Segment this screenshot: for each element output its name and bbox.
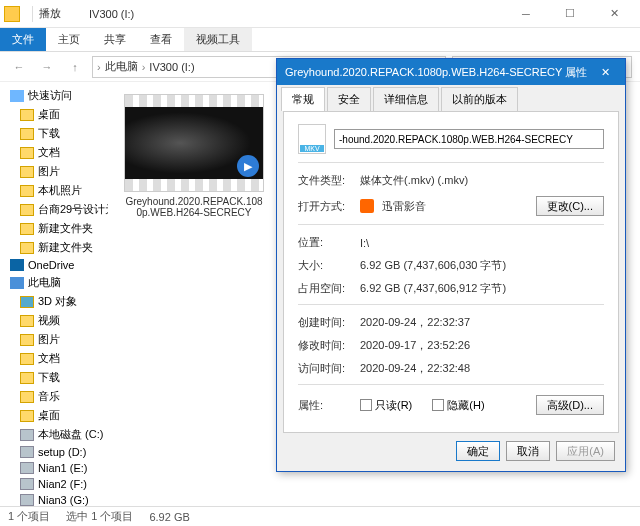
crumb-drive[interactable]: IV300 (I:) <box>149 61 194 73</box>
nav-tree: 快速访问 桌面 下载 文档 图片 本机照片 台商29号设计元素 新建文件夹 新建… <box>0 82 108 510</box>
advanced-button[interactable]: 高级(D)... <box>536 395 604 415</box>
modified-label: 修改时间: <box>298 338 352 353</box>
filename-input[interactable] <box>334 129 604 149</box>
tab-share[interactable]: 共享 <box>92 28 138 51</box>
openwith-value: 迅雷影音 <box>382 199 426 214</box>
tab-details[interactable]: 详细信息 <box>373 87 439 111</box>
minimize-button[interactable]: ─ <box>504 0 548 28</box>
status-count: 1 个项目 <box>8 509 50 524</box>
tab-security[interactable]: 安全 <box>327 87 371 111</box>
tab-file[interactable]: 文件 <box>0 28 46 51</box>
tree-pictures[interactable]: 图片 <box>0 162 108 181</box>
tree-3dobjects[interactable]: 3D 对象 <box>0 292 108 311</box>
forward-button[interactable]: → <box>36 56 58 78</box>
crumb-thispc[interactable]: 此电脑 <box>105 59 138 74</box>
tree-nian1[interactable]: Nian1 (E:) <box>0 460 108 476</box>
tree-quick-access[interactable]: 快速访问 <box>0 86 108 105</box>
file-item[interactable]: ▶ Greyhound.2020.REPACK.1080p.WEB.H264-S… <box>120 94 268 218</box>
location-label: 位置: <box>298 235 352 250</box>
tree-desktop2[interactable]: 桌面 <box>0 406 108 425</box>
dialog-tabs: 常规 安全 详细信息 以前的版本 <box>277 85 625 111</box>
play-overlay-icon: ▶ <box>237 155 259 177</box>
tree-cdrive[interactable]: 本地磁盘 (C:) <box>0 425 108 444</box>
dialog-footer: 确定 取消 应用(A) <box>277 433 625 469</box>
modified-value: 2020-09-17，23:52:26 <box>360 338 470 353</box>
accessed-value: 2020-09-24，22:32:48 <box>360 361 470 376</box>
tree-videos[interactable]: 视频 <box>0 311 108 330</box>
tree-desktop[interactable]: 桌面 <box>0 105 108 124</box>
properties-dialog: Greyhound.2020.REPACK.1080p.WEB.H264-SEC… <box>276 58 626 472</box>
dialog-body: 文件类型:媒体文件(.mkv) (.mkv) 打开方式:迅雷影音更改(C)...… <box>283 111 619 433</box>
created-value: 2020-09-24，22:32:37 <box>360 315 470 330</box>
file-type-icon <box>298 124 326 154</box>
hidden-checkbox[interactable]: 隐藏(H) <box>432 398 484 413</box>
video-thumbnail: ▶ <box>124 94 264 192</box>
status-bar: 1 个项目 选中 1 个项目 6.92 GB <box>0 506 640 526</box>
tree-downloads2[interactable]: 下载 <box>0 368 108 387</box>
status-size: 6.92 GB <box>149 511 189 523</box>
attr-label: 属性: <box>298 398 352 413</box>
ondisk-label: 占用空间: <box>298 281 352 296</box>
file-name: Greyhound.2020.REPACK.1080p.WEB.H264-SEC… <box>120 196 268 218</box>
accessed-label: 访问时间: <box>298 361 352 376</box>
size-label: 大小: <box>298 258 352 273</box>
tree-thispc[interactable]: 此电脑 <box>0 273 108 292</box>
tab-home[interactable]: 主页 <box>46 28 92 51</box>
back-button[interactable]: ← <box>8 56 30 78</box>
tree-documents[interactable]: 文档 <box>0 143 108 162</box>
tree-newfolder1[interactable]: 新建文件夹 <box>0 219 108 238</box>
ok-button[interactable]: 确定 <box>456 441 500 461</box>
size-value: 6.92 GB (7,437,606,030 字节) <box>360 258 506 273</box>
maximize-button[interactable]: ☐ <box>548 0 592 28</box>
titlebar: 播放 IV300 (I:) ─ ☐ ✕ <box>0 0 640 28</box>
app-icon <box>360 199 374 213</box>
readonly-checkbox[interactable]: 只读(R) <box>360 398 412 413</box>
up-button[interactable]: ↑ <box>64 56 86 78</box>
tab-view[interactable]: 查看 <box>138 28 184 51</box>
tree-nian2[interactable]: Nian2 (F:) <box>0 476 108 492</box>
tab-previous[interactable]: 以前的版本 <box>441 87 518 111</box>
location-value: I:\ <box>360 237 369 249</box>
close-button[interactable]: ✕ <box>592 0 636 28</box>
tree-onedrive[interactable]: OneDrive <box>0 257 108 273</box>
tree-music[interactable]: 音乐 <box>0 387 108 406</box>
type-label: 文件类型: <box>298 173 352 188</box>
status-selected: 选中 1 个项目 <box>66 509 133 524</box>
cancel-button[interactable]: 取消 <box>506 441 550 461</box>
window-context: 播放 <box>39 6 61 21</box>
tree-project[interactable]: 台商29号设计元素 <box>0 200 108 219</box>
tab-general[interactable]: 常规 <box>281 87 325 111</box>
window-title: IV300 (I:) <box>89 8 134 20</box>
apply-button[interactable]: 应用(A) <box>556 441 615 461</box>
tree-setup-d[interactable]: setup (D:) <box>0 444 108 460</box>
tree-newfolder2[interactable]: 新建文件夹 <box>0 238 108 257</box>
tree-documents2[interactable]: 文档 <box>0 349 108 368</box>
created-label: 创建时间: <box>298 315 352 330</box>
tree-pictures2[interactable]: 图片 <box>0 330 108 349</box>
ribbon: 文件 主页 共享 查看 视频工具 <box>0 28 640 52</box>
type-value: 媒体文件(.mkv) (.mkv) <box>360 173 468 188</box>
dialog-titlebar[interactable]: Greyhound.2020.REPACK.1080p.WEB.H264-SEC… <box>277 59 625 85</box>
tree-downloads[interactable]: 下载 <box>0 124 108 143</box>
dialog-title: Greyhound.2020.REPACK.1080p.WEB.H264-SEC… <box>285 65 587 80</box>
folder-icon <box>4 6 20 22</box>
tab-video-tools[interactable]: 视频工具 <box>184 28 252 51</box>
dialog-close-button[interactable]: ✕ <box>593 66 617 79</box>
tree-localpic[interactable]: 本机照片 <box>0 181 108 200</box>
ondisk-value: 6.92 GB (7,437,606,912 字节) <box>360 281 506 296</box>
openwith-label: 打开方式: <box>298 199 352 214</box>
change-button[interactable]: 更改(C)... <box>536 196 604 216</box>
